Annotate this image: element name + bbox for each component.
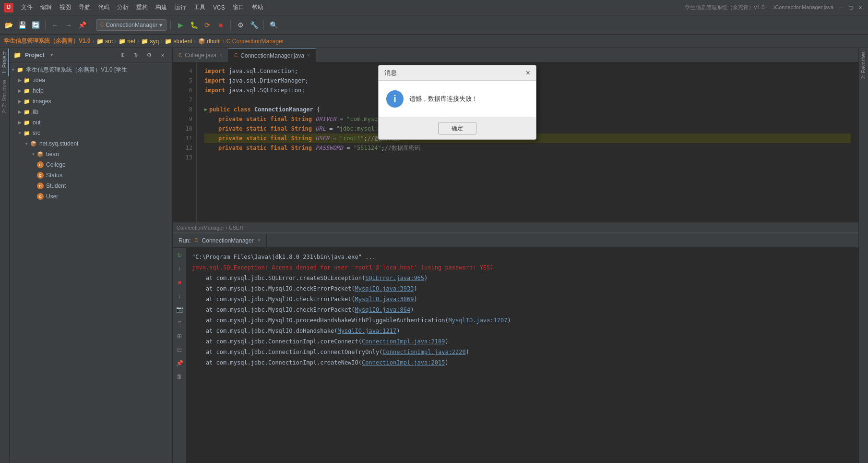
dialog-close-button[interactable]: ×: [526, 69, 530, 77]
open-file-button[interactable]: 📂: [3, 19, 14, 31]
bc-student[interactable]: 📁 student: [165, 38, 192, 45]
run-link-0[interactable]: SQLError.java:965: [365, 275, 424, 281]
run-config-selector[interactable]: C ConnectionManager ▾: [96, 19, 166, 31]
screenshot-button[interactable]: 📷: [174, 304, 185, 315]
run-line-8: at com.mysql.jdbc.ConnectionImpl.coreCon…: [192, 336, 853, 347]
sdk-button[interactable]: 🔧: [248, 19, 260, 31]
run-link-2[interactable]: MysqlIO.java:3869: [355, 296, 414, 303]
tree-college[interactable]: C College: [10, 159, 172, 170]
scroll-down-button[interactable]: ↓: [174, 290, 185, 302]
side-tab-structure[interactable]: 2: Z: Structure: [0, 76, 9, 116]
tree-root[interactable]: ▾ 📁 学生信息管理系统（余燕青）V1.0 [学生: [10, 64, 172, 75]
app-logo: IJ: [4, 3, 13, 12]
menu-vcs[interactable]: VCS: [209, 0, 229, 15]
tab-connectionmanager-close[interactable]: ×: [307, 53, 310, 58]
run-tab-close[interactable]: ×: [258, 238, 261, 243]
dialog-ok-button[interactable]: 确定: [438, 122, 476, 134]
stop-run-button[interactable]: ■: [174, 277, 185, 288]
stop-button[interactable]: ■: [215, 19, 226, 31]
tree-bean[interactable]: ▾ 📦 bean: [10, 149, 172, 159]
tree-lib[interactable]: ▶ 📁 lib: [10, 107, 172, 117]
tree-student[interactable]: C Student: [10, 181, 172, 191]
menu-window[interactable]: 窗口: [229, 0, 248, 15]
run-link-6[interactable]: ConnectionImpl.java:2189: [362, 338, 445, 345]
build-button[interactable]: ⚙: [235, 19, 246, 31]
dialog-title-text: 消息: [384, 69, 397, 77]
pin-button[interactable]: 📌: [76, 19, 88, 31]
tree-package[interactable]: ▾ 📦 net.syq.student: [10, 138, 172, 149]
tab-college-label: College.java: [185, 52, 216, 59]
minimize-button[interactable]: ─: [837, 4, 845, 12]
run-link-1[interactable]: MysqlIO.java:3933: [355, 285, 414, 292]
editor-tabs-bar: C College.java × C ConnectionManager.jav…: [173, 48, 858, 62]
maximize-button[interactable]: □: [847, 4, 855, 12]
tree-arrow-root: ▾: [10, 67, 16, 72]
tab-college-close[interactable]: ×: [219, 53, 222, 58]
project-dropdown-arrow[interactable]: ▾: [50, 52, 53, 58]
bc-syq[interactable]: 📁 syq: [141, 38, 159, 45]
sync-button[interactable]: 🔄: [30, 19, 41, 31]
save-button[interactable]: 💾: [16, 19, 28, 31]
tree-help[interactable]: ▶ 📁 help: [10, 85, 172, 96]
tab-connectionmanager[interactable]: C ConnectionManager.java ×: [228, 49, 316, 62]
tree-arrow-package: ▾: [23, 141, 30, 146]
run-link-7[interactable]: ConnectionImpl.java:2220: [382, 349, 465, 355]
debug-button[interactable]: 🐛: [188, 19, 200, 31]
run-line-3: at com.mysql.jdbc.MysqlIO.checkErrorPack…: [192, 283, 853, 294]
code-line-12: private static final String PASSWORD = "…: [204, 143, 851, 153]
menu-build[interactable]: 构建: [152, 0, 171, 15]
menu-file[interactable]: 文件: [17, 0, 36, 15]
pin-run-button[interactable]: 📌: [174, 357, 185, 369]
run-link-4[interactable]: MysqlIO.java:1707: [449, 317, 508, 324]
filter-button[interactable]: ⊞: [174, 330, 185, 342]
tree-idea[interactable]: ▶ 📁 .idea: [10, 75, 172, 85]
menu-refactor[interactable]: 重构: [132, 0, 152, 15]
bc-src[interactable]: 📁 src: [96, 38, 113, 45]
side-tab-project[interactable]: 1: Project: [0, 48, 9, 76]
collapse-button[interactable]: ⇅: [130, 49, 142, 61]
run-link-3[interactable]: MysqlIO.java:864: [355, 306, 411, 313]
tree-images-label: images: [33, 98, 51, 105]
menu-help[interactable]: 帮助: [248, 0, 267, 15]
settings-run-button[interactable]: ⊟: [174, 344, 185, 355]
back-button[interactable]: ←: [49, 19, 61, 31]
menu-tools[interactable]: 工具: [190, 0, 209, 15]
tree-src[interactable]: ▾ 📁 src: [10, 128, 172, 138]
bc-connectionmanager[interactable]: C ConnectionManager: [226, 38, 284, 45]
bc-net[interactable]: 📁 net: [119, 38, 135, 45]
tree-status[interactable]: C Status: [10, 170, 172, 181]
menu-run[interactable]: 运行: [171, 0, 190, 15]
close-panel-button[interactable]: ×: [157, 49, 168, 61]
run-link-5[interactable]: MysqlIO.java:1217: [337, 328, 396, 334]
search-button[interactable]: 🔍: [268, 19, 279, 31]
close-button[interactable]: ×: [856, 4, 864, 12]
locate-button[interactable]: ⊕: [117, 49, 128, 61]
tree-images[interactable]: ▶ 📁 images: [10, 96, 172, 107]
scroll-up-button[interactable]: ↑: [174, 263, 185, 275]
run-button[interactable]: ▶: [175, 19, 186, 31]
run-tab[interactable]: Run: C ConnectionManager ×: [173, 233, 267, 248]
menu-view[interactable]: 视图: [56, 0, 75, 15]
wrap-button[interactable]: ≡: [174, 317, 185, 329]
tree-out[interactable]: ▶ 📁 out: [10, 117, 172, 128]
menu-code[interactable]: 代码: [94, 0, 113, 15]
settings-button[interactable]: ⚙: [143, 49, 155, 61]
tree-src-label: src: [33, 130, 40, 136]
run-link-8[interactable]: ConnectionImpl.java:2015: [362, 359, 445, 366]
toolbar-separator-3: [170, 20, 171, 30]
tab-college[interactable]: C College.java ×: [173, 49, 228, 62]
forward-button[interactable]: →: [63, 19, 74, 31]
side-tab-favorites[interactable]: 2: Favorites: [859, 48, 868, 82]
rerun-button[interactable]: ↻: [174, 250, 185, 261]
left-side-tabs: 1: Project 2: Z: Structure: [0, 48, 10, 463]
tree-user[interactable]: C User: [10, 191, 172, 202]
tree-arrow-src: ▾: [16, 131, 23, 135]
menu-navigate[interactable]: 导航: [75, 0, 94, 15]
menu-analyze[interactable]: 分析: [113, 0, 132, 15]
run-with-coverage-button[interactable]: ⟳: [202, 19, 213, 31]
menu-edit[interactable]: 编辑: [36, 0, 56, 15]
delete-button[interactable]: 🗑: [174, 371, 185, 382]
bc-dbutil[interactable]: 📦 dbutil: [198, 38, 221, 45]
bc-project[interactable]: 学生信息管理系统（余燕青）V1.0: [4, 37, 91, 45]
tree-status-label: Status: [46, 172, 62, 179]
